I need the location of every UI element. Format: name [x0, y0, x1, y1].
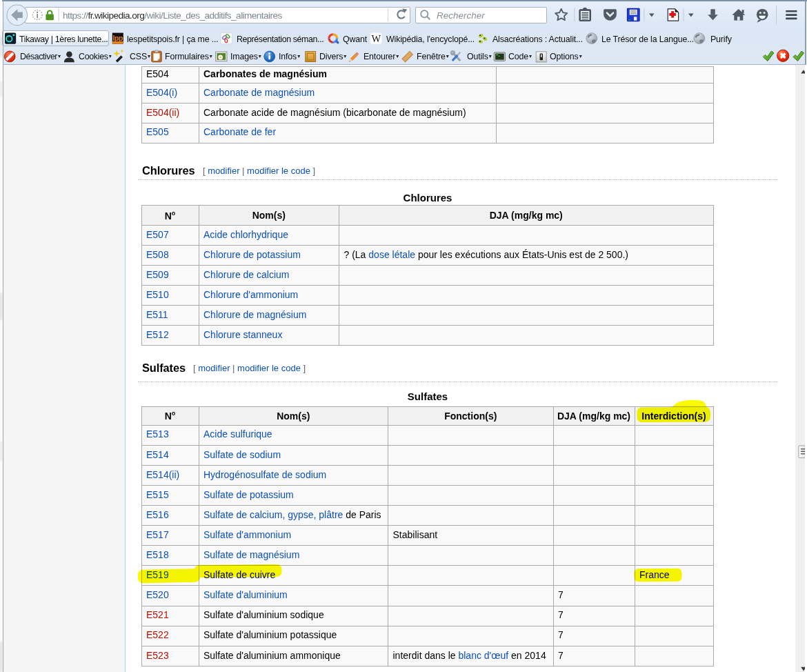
svg-text:lpp: lpp: [113, 34, 123, 42]
svg-text:W: W: [372, 33, 381, 44]
